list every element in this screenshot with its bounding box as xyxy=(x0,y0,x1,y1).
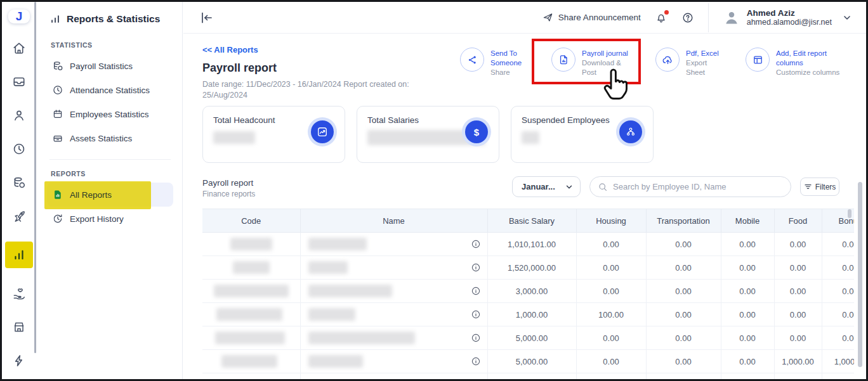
history-icon xyxy=(52,213,63,224)
table-section-header: Payroll report Finance reports Januar...… xyxy=(202,178,857,198)
chevron-down-icon xyxy=(565,183,574,191)
search-icon xyxy=(598,182,608,192)
card-suspended-employees: Suspended Employees xyxy=(511,106,654,163)
topbar-divider xyxy=(708,3,709,32)
user-menu[interactable]: Ahmed Aziz ahmed.alamodi@jisr.net xyxy=(723,8,852,27)
col-header-code: Code xyxy=(202,209,300,233)
sidebar-item-label: Attendance Statistics xyxy=(70,86,150,95)
assets-icon xyxy=(52,132,63,144)
col-header-basic-salary: Basic Salary xyxy=(487,209,576,233)
paper-plane-icon xyxy=(542,12,553,23)
date-range: Date range: 11/Dec/2023 - 16/Jan/2024 Re… xyxy=(202,79,424,101)
home-icon[interactable] xyxy=(11,40,27,56)
sidebar-item-export-history[interactable]: Export History xyxy=(47,207,173,231)
search-input[interactable] xyxy=(613,182,783,191)
redacted-code xyxy=(216,308,282,321)
sidebar-item-assets-statistics[interactable]: Assets Statistics xyxy=(47,126,173,150)
redacted-name xyxy=(308,238,367,250)
rail-scrollbar[interactable] xyxy=(34,2,36,353)
info-icon[interactable] xyxy=(471,333,481,343)
marketplace-icon[interactable] xyxy=(11,319,27,335)
redacted-value xyxy=(522,131,539,144)
info-icon[interactable] xyxy=(471,309,481,320)
sidebar-item-payroll-statistics[interactable]: Payroll Statistics xyxy=(47,54,173,78)
col-header-mobile: Mobile xyxy=(721,209,774,233)
col-header-name: Name xyxy=(300,209,487,233)
info-icon[interactable] xyxy=(471,262,481,273)
automation-icon[interactable] xyxy=(11,352,27,369)
customize-columns-action[interactable]: Add, Edit report columns Customize colum… xyxy=(739,42,857,82)
redacted-value xyxy=(213,131,255,144)
info-icon[interactable] xyxy=(471,286,481,296)
time-icon[interactable] xyxy=(11,141,27,157)
help-icon[interactable] xyxy=(681,11,694,24)
section-statistics: STATISTICS xyxy=(51,41,173,49)
avatar xyxy=(723,9,740,27)
sidebar-item-employees-statistics[interactable]: Employees Statistics xyxy=(47,102,173,126)
redacted-name xyxy=(308,285,392,297)
reports-icon[interactable] xyxy=(5,242,33,268)
coins-icon xyxy=(52,60,63,72)
sidebar-reports-statistics: Reports & Statistics STATISTICS Payroll … xyxy=(38,2,183,379)
org-icon xyxy=(625,126,636,138)
people-icon[interactable] xyxy=(11,107,27,124)
report-doc-icon xyxy=(52,189,63,200)
card-total-salaries: Total Salaries $ xyxy=(357,106,499,163)
col-header-food: Food xyxy=(774,209,822,233)
inbox-icon[interactable] xyxy=(11,74,27,90)
notifications-bell-icon[interactable] xyxy=(655,11,667,24)
filters-button[interactable]: Filters xyxy=(800,178,839,196)
filter-icon xyxy=(804,183,812,191)
table-header-row: Code Name Basic Salary Housing Transport… xyxy=(202,209,854,233)
user-name: Ahmed Aziz xyxy=(747,8,832,18)
table-row: 1,520,000.000.000.000.000.000.00 xyxy=(202,256,854,280)
info-icon[interactable] xyxy=(471,356,481,366)
redacted-name xyxy=(308,261,348,274)
sidebar-item-label: Payroll Statistics xyxy=(70,61,133,71)
col-header-housing: Housing xyxy=(576,209,646,233)
sidebar-title: Reports & Statistics xyxy=(67,13,160,25)
col-header-transportation: Transportation xyxy=(646,209,721,233)
bar-chart-icon xyxy=(49,13,61,25)
employee-search xyxy=(589,176,791,197)
sidebar-item-all-reports[interactable]: All Reports xyxy=(47,183,173,207)
section-reports: REPORTS xyxy=(51,170,173,178)
chevron-down-icon xyxy=(842,13,852,23)
sidebar-divider xyxy=(49,159,171,160)
rocket-icon[interactable] xyxy=(11,208,27,224)
back-to-all-reports-link[interactable]: << All Reports xyxy=(202,45,258,55)
payroll-icon[interactable] xyxy=(11,174,27,191)
collapse-sidebar-icon[interactable] xyxy=(200,11,214,25)
redacted-name xyxy=(308,332,415,344)
send-to-someone-action[interactable]: Send To Someone Share xyxy=(454,42,536,82)
redacted-code xyxy=(215,332,285,344)
share-announcement-button[interactable]: Share Announcement xyxy=(542,12,641,23)
table-scrollbar[interactable] xyxy=(848,209,852,218)
icon-rail: J xyxy=(2,2,36,379)
payroll-journal-action[interactable]: Payroll journal Download & Post xyxy=(545,42,640,82)
redacted-code xyxy=(233,261,270,274)
export-sheet-action[interactable]: Pdf, Excel Export Sheet xyxy=(649,42,730,82)
month-filter-dropdown[interactable]: Januar... xyxy=(512,176,581,197)
document-chart-icon xyxy=(558,54,570,66)
table-row: 5,000.000.000.000.001,000.001,000.00 xyxy=(202,350,854,373)
cloud-upload-icon xyxy=(662,54,674,66)
info-icon[interactable] xyxy=(471,239,481,249)
sidebar-item-attendance-statistics[interactable]: Attendance Statistics xyxy=(47,78,173,102)
table-columns-icon xyxy=(752,54,764,66)
benefits-icon[interactable] xyxy=(11,285,27,302)
page-scrollbar[interactable] xyxy=(858,182,862,367)
jisr-logo[interactable]: J xyxy=(8,10,30,23)
redacted-name xyxy=(308,355,363,368)
redacted-code xyxy=(230,238,272,250)
table-row: 1,000.00100.000.000.000.000.00 xyxy=(202,303,854,326)
content: << All Reports Payroll report Date range… xyxy=(183,34,866,379)
chart-line-icon xyxy=(317,126,328,138)
notification-dot xyxy=(664,10,669,15)
redacted-code xyxy=(221,355,277,368)
report-actions: Send To Someone Share Payroll journal Do… xyxy=(445,42,857,82)
table-row: 5,000.000.000.000.000.000.00 xyxy=(202,326,854,350)
sidebar-item-label: Assets Statistics xyxy=(70,134,132,143)
clock-icon xyxy=(52,84,63,96)
card-total-headcount: Total Headcount xyxy=(202,106,345,163)
